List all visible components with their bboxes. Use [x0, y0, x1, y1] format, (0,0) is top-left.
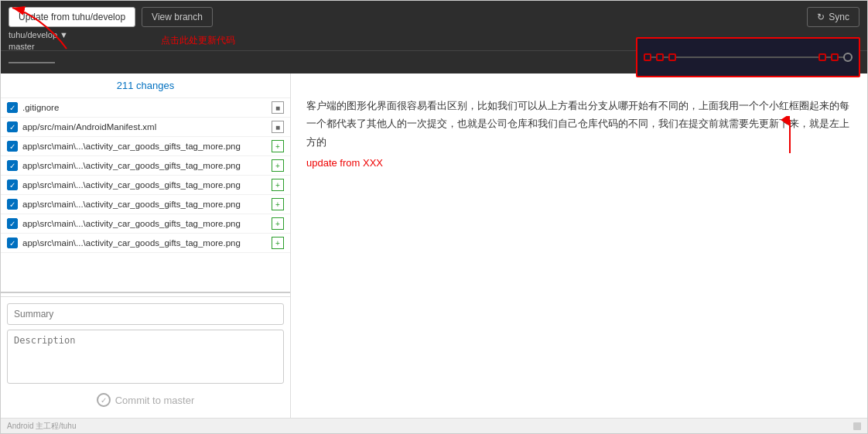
file-name: app\src\main\...\activity_car_goods_gift… [22, 161, 267, 170]
checkbox-check-icon: ✓ [9, 142, 15, 151]
annotation-text: 点击此处更新代码 [161, 34, 235, 47]
status-symbol: + [275, 162, 280, 170]
resize-handle-icon[interactable] [853, 422, 861, 430]
checkbox-check-icon: ✓ [9, 123, 15, 132]
toolbar: Update from tuhu/develop View branch ↻ S… [1, 1, 867, 33]
view-branch-button[interactable]: View branch [142, 7, 213, 27]
checkbox-check-icon: ✓ [9, 104, 15, 112]
bottom-status-text: Android 主工程/tuhu [7, 421, 77, 432]
list-item[interactable]: ✓ app\src\main\...\activity_car_goods_gi… [1, 234, 290, 253]
commit-check-icon: ✓ [97, 393, 111, 407]
list-item[interactable]: ✓ app/src/main/AndroidManifest.xml ■ [1, 118, 290, 137]
list-item[interactable]: ✓ app\src\main\...\activity_car_goods_gi… [1, 176, 290, 195]
git-graph-visualization [636, 37, 860, 77]
sync-label: Sync [829, 12, 849, 22]
graph-node-2 [656, 53, 664, 61]
commit-area: ✓ Commit to master [1, 296, 290, 418]
summary-input[interactable] [7, 303, 284, 325]
right-panel: 客户端的图形化界面很容易看出区别，比如我们可以从上方看出分支从哪开始有不同的，上… [291, 73, 867, 418]
file-list: ✓ .gitignore ■ ✓ app/src/main/AndroidMan… [1, 98, 290, 289]
graph-node-4 [818, 53, 826, 61]
file-status-icon: + [272, 217, 284, 230]
file-checkbox[interactable]: ✓ [7, 238, 18, 248]
branch-main-label: tuhu/develop ▼ [9, 29, 68, 40]
file-name: app\src\main\...\activity_car_goods_gift… [22, 142, 267, 151]
cn-update-ref: update from XXX [306, 154, 852, 172]
checkbox-check-icon: ✓ [9, 220, 15, 228]
file-checkbox[interactable]: ✓ [7, 160, 18, 171]
status-symbol: ■ [275, 104, 280, 112]
left-panel: 211 changes ✓ .gitignore ■ ✓ [1, 73, 291, 418]
file-checkbox[interactable]: ✓ [7, 102, 18, 113]
file-name: .gitignore [22, 103, 267, 112]
list-item[interactable]: ✓ app\src\main\...\activity_car_goods_gi… [1, 137, 290, 156]
graph-node-1 [644, 53, 651, 61]
branch-sub-label: master [9, 41, 68, 52]
main-content: 211 changes ✓ .gitignore ■ ✓ [1, 73, 867, 418]
file-checkbox[interactable]: ✓ [7, 121, 18, 132]
status-symbol: + [275, 200, 280, 209]
sync-icon: ↻ [817, 12, 825, 22]
status-symbol: + [275, 220, 280, 228]
file-checkbox[interactable]: ✓ [7, 218, 18, 229]
up-arrow-svg [774, 116, 805, 155]
file-checkbox[interactable]: ✓ [7, 199, 18, 210]
commit-button-label: Commit to master [115, 395, 195, 406]
file-checkbox[interactable]: ✓ [7, 179, 18, 190]
file-checkbox[interactable]: ✓ [7, 141, 18, 152]
checkbox-check-icon: ✓ [9, 181, 15, 190]
cn-description-text: 客户端的图形化界面很容易看出区别，比如我们可以从上方看出分支从哪开始有不同的，上… [306, 97, 852, 151]
file-name: app\src\main\...\activity_car_goods_gift… [22, 238, 267, 248]
description-textarea[interactable] [7, 330, 284, 384]
graph-line-left [9, 62, 55, 63]
list-item[interactable]: ✓ .gitignore ■ [1, 98, 290, 118]
update-from-branch-button[interactable]: Update from tuhu/develop [9, 7, 135, 27]
sync-button[interactable]: ↻ Sync [807, 7, 859, 27]
bottom-bar: Android 主工程/tuhu [1, 418, 867, 433]
branch-labels: tuhu/develop ▼ master [9, 29, 68, 52]
file-name: app\src\main\...\activity_car_goods_gift… [22, 180, 267, 190]
file-status-icon: + [272, 198, 284, 210]
status-symbol: + [275, 142, 280, 151]
checkbox-check-icon: ✓ [9, 239, 15, 248]
file-status-icon: + [272, 179, 284, 191]
graph-node-3 [668, 53, 676, 61]
file-status-icon: ■ [272, 121, 284, 133]
divider [1, 292, 290, 293]
graph-node-5 [831, 53, 839, 61]
file-name: app\src\main\...\activity_car_goods_gift… [22, 219, 267, 228]
checkbox-check-icon: ✓ [9, 200, 15, 209]
list-item[interactable]: ✓ app\src\main\...\activity_car_goods_gi… [1, 156, 290, 176]
graph-node-circle [843, 53, 853, 62]
list-item[interactable]: ✓ app\src\main\...\activity_car_goods_gi… [1, 214, 290, 234]
changes-count: 211 changes [117, 80, 174, 91]
file-name: app/src/main/AndroidManifest.xml [22, 122, 267, 132]
status-symbol: + [275, 181, 280, 190]
checkbox-check-icon: ✓ [9, 162, 15, 170]
file-status-icon: + [272, 140, 284, 152]
commit-to-master-button[interactable]: ✓ Commit to master [84, 388, 207, 412]
file-status-icon: + [272, 237, 284, 249]
status-symbol: ■ [275, 123, 280, 132]
list-item[interactable]: ✓ app\src\main\...\activity_car_goods_gi… [1, 195, 290, 214]
status-symbol: + [275, 239, 280, 248]
file-name: app\src\main\...\activity_car_goods_gift… [22, 200, 267, 209]
file-status-icon: ■ [272, 101, 284, 114]
commit-button-row: ✓ Commit to master [7, 388, 284, 412]
graph-up-arrow [774, 116, 805, 157]
file-status-icon: + [272, 159, 284, 172]
changes-header: 211 changes [1, 73, 290, 98]
